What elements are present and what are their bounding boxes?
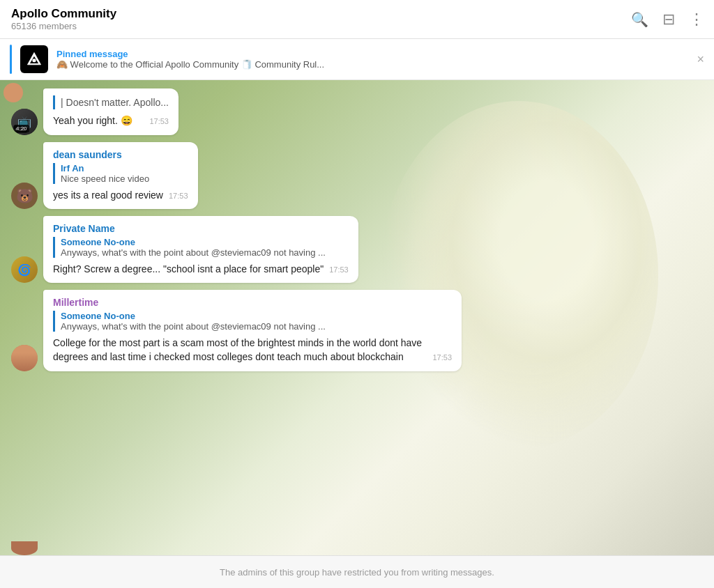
pinned-close-button[interactable]: × [697, 52, 704, 67]
pinned-text: 🙈 Welcome to the Official Apollo Communi… [56, 59, 531, 70]
message-bubble: dean saunders Irf An Nice speed nice vid… [43, 142, 198, 209]
quote-block: Irf An Nice speed nice video [53, 163, 188, 184]
message-text: Yeah you right. 😄 17:53 [53, 114, 169, 127]
sender-name: Millertime [53, 297, 452, 308]
message-time: 17:53 [149, 116, 169, 127]
pinned-content: Pinned message 🙈 Welcome to the Official… [56, 49, 688, 70]
quote-text: Anyways, what's with the point about @st… [61, 247, 349, 258]
message-bubble: Private Name Someone No-one Anyways, wha… [43, 216, 358, 283]
message-bubble: | Doesn't matter. Apollo... Yeah you rig… [43, 88, 178, 135]
quote-text: Anyways, what's with the point about @st… [61, 321, 452, 332]
avatar: 4:20 📺 [11, 109, 38, 135]
message-row: Millertime Someone No-one Anyways, what'… [11, 290, 703, 371]
message-text: yes its a real good review 17:53 [53, 188, 188, 202]
message-row: 4:20 📺 | Doesn't matter. Apollo... Yeah … [11, 88, 703, 135]
message-time: 17:53 [169, 191, 188, 202]
pinned-label: Pinned message [56, 49, 688, 59]
footer-restricted-text: The admins of this group have restricted… [220, 567, 494, 578]
messages-container: 4:20 📺 | Doesn't matter. Apollo... Yeah … [0, 80, 714, 555]
message-row: 🌀 Private Name Someone No-one Anyways, w… [11, 216, 703, 283]
quote-text: Nice speed nice video [61, 173, 188, 184]
header: Apollo Community 65136 members 🔍 ⊟ ⋮ [0, 0, 714, 39]
quote-author: Someone No-one [61, 311, 452, 321]
partial-quote-line: | Doesn't matter. Apollo... [61, 95, 169, 109]
apollo-logo [20, 45, 48, 73]
message-row: 🐻 dean saunders Irf An Nice speed nice v… [11, 142, 703, 209]
quote-author: Someone No-one [61, 237, 349, 247]
group-title: Apollo Community [11, 7, 631, 21]
svg-point-2 [32, 59, 36, 62]
pinned-message-bar[interactable]: Pinned message 🙈 Welcome to the Official… [0, 39, 714, 80]
quote-block: Someone No-one Anyways, what's with the … [53, 311, 452, 332]
footer: The admins of this group have restricted… [0, 555, 714, 588]
header-info: Apollo Community 65136 members [11, 7, 631, 31]
pinned-accent-bar [10, 45, 12, 74]
avatar [11, 345, 38, 371]
sender-name: dean saunders [53, 149, 188, 160]
avatar: 🌀 [11, 256, 38, 283]
message-bubble: Millertime Someone No-one Anyways, what'… [43, 290, 462, 371]
message-time: 17:53 [329, 265, 349, 276]
quote-author: Irf An [61, 163, 188, 173]
message-text: Right? Screw a degree... "school isnt a … [53, 262, 349, 276]
search-icon[interactable]: 🔍 [631, 11, 648, 28]
sender-name: Private Name [53, 223, 349, 234]
member-count: 65136 members [11, 21, 631, 31]
message-time: 17:53 [432, 353, 452, 364]
columns-icon[interactable]: ⊟ [662, 10, 675, 29]
chat-area: 4:20 📺 | Doesn't matter. Apollo... Yeah … [0, 80, 714, 555]
quote-block: Someone No-one Anyways, what's with the … [53, 237, 349, 258]
message-text: College for the most part is a scam most… [53, 336, 452, 364]
header-actions: 🔍 ⊟ ⋮ [631, 10, 703, 29]
more-options-icon[interactable]: ⋮ [689, 10, 703, 29]
quote-block: | Doesn't matter. Apollo... [53, 95, 169, 109]
avatar: 🐻 [11, 183, 38, 209]
